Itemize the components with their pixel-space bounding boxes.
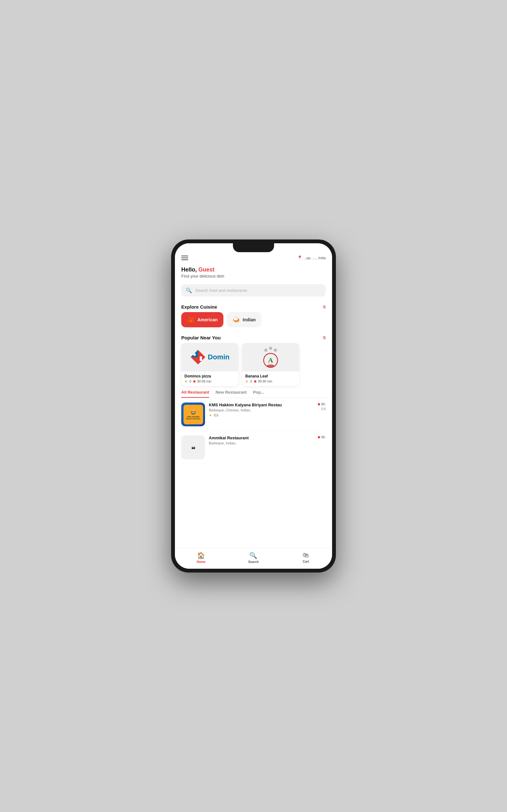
- svg-text:A: A: [268, 356, 273, 364]
- ammikal-time-text: 90-: [321, 436, 326, 439]
- popular-title: Popular Near You: [181, 335, 221, 340]
- greeting-subtitle: Find your delicious dish: [181, 274, 326, 278]
- svg-point-5: [264, 349, 268, 352]
- guest-text: Guest: [199, 266, 215, 273]
- indian-icon: 🍛: [232, 316, 240, 323]
- bananaleaf-name: Banana Leaf: [245, 374, 296, 378]
- kms-subtext: kalyana biriyani: [186, 418, 200, 420]
- dominos-time: 90-99 min: [198, 380, 211, 383]
- dominos-logo-img: Domin: [181, 343, 238, 371]
- popular-section-header: Popular Near You S: [175, 331, 332, 343]
- dominos-name: Dominos pizza: [184, 374, 235, 378]
- svg-point-4: [200, 356, 202, 359]
- location-info[interactable]: 📍 ...pp......, India: [297, 255, 326, 260]
- ammikal-restaurant-tags: Barbeque, Indian,: [209, 441, 314, 445]
- dominos-rating: 0: [189, 380, 191, 383]
- nav-home[interactable]: 🏠 Home: [175, 552, 227, 564]
- popular-see-all[interactable]: S: [323, 335, 326, 340]
- bottom-nav: 🏠 Home 🔍 Search 🛍 Cart: [175, 548, 332, 569]
- bananaleaf-logo-img: A: [242, 343, 299, 371]
- ammikal-restaurant-img: 📷: [181, 436, 205, 459]
- bananaleaf-card-info: Banana Leaf ★ 0 80-90 min: [242, 371, 299, 386]
- nav-search-label: Search: [248, 560, 259, 564]
- tab-popular[interactable]: Pop...: [253, 390, 264, 398]
- american-icon: 🦀: [187, 316, 195, 323]
- tab-new-restaurant[interactable]: New Restaurant: [216, 390, 246, 398]
- dominos-diamond-icon: [190, 349, 206, 365]
- kms-logo-inner: 🍲 KMS HAKKIM kalyana biriyani: [183, 405, 203, 424]
- popular-card-dominos[interactable]: Domin Dominos pizza ★ 0 90-99 min: [181, 343, 238, 386]
- kms-restaurant-img: 🍲 KMS HAKKIM kalyana biriyani: [181, 403, 205, 426]
- kms-time-badge: 90-: [318, 403, 326, 406]
- dominos-star-icon: ★: [184, 379, 187, 384]
- bananaleaf-meta: ★ 0 80-90 min: [245, 379, 296, 384]
- restaurant-item-ammikal[interactable]: 📷 Ammikal Restaurant Barbeque, Indian, 9…: [181, 431, 326, 464]
- phone-frame: 📍 ...pp......, India Hello, Guest Find y…: [171, 240, 336, 572]
- nav-search[interactable]: 🔍 Search: [227, 552, 279, 564]
- kms-time-text: 90-: [321, 403, 326, 406]
- american-label: American: [198, 317, 218, 322]
- svg-point-10: [267, 364, 274, 368]
- cuisine-list: 🦀 American 🍛 Indian: [175, 312, 332, 331]
- nav-home-label: Home: [197, 560, 206, 564]
- greeting-line: Hello, Guest: [181, 266, 326, 273]
- restaurant-item-kms[interactable]: 🍲 KMS HAKKIM kalyana biriyani KMS Hakkim…: [181, 398, 326, 431]
- home-icon: 🏠: [197, 552, 205, 559]
- nav-cart[interactable]: 🛍 Cart: [280, 552, 332, 564]
- ammikal-restaurant-info: Ammikal Restaurant Barbeque, Indian,: [209, 436, 314, 459]
- ammikal-time-col: 90-: [318, 436, 326, 459]
- search-bar-container: 🔍 Search food and restaurants: [175, 282, 332, 300]
- kms-logo-bg: 🍲 KMS HAKKIM kalyana biriyani: [181, 403, 205, 426]
- kms-status-dot: [318, 403, 320, 405]
- cuisine-title: Explore Cuisine: [181, 304, 217, 310]
- kms-rating-row: ★ 0.0: [209, 413, 314, 417]
- bananaleaf-dot: [254, 380, 257, 383]
- bananaleaf-rating: 0: [250, 380, 252, 383]
- search-placeholder: Search food and restaurants: [195, 288, 247, 293]
- search-bar[interactable]: 🔍 Search food and restaurants: [181, 284, 326, 297]
- cuisine-see-all[interactable]: S: [323, 305, 326, 309]
- ammikal-status-dot: [318, 436, 320, 438]
- location-pin-icon: 📍: [297, 255, 302, 260]
- tab-all-restaurant[interactable]: All Restaurant: [181, 390, 209, 398]
- search-icon: 🔍: [186, 287, 192, 293]
- kms-rating-text: 0.0: [214, 414, 218, 417]
- kms-star-icon: ★: [209, 413, 212, 417]
- greeting-section: Hello, Guest Find your delicious dish: [175, 263, 332, 282]
- dominos-brand-text: Domin: [208, 353, 229, 361]
- cuisine-section-header: Explore Cuisine S: [175, 300, 332, 312]
- restaurant-tabs: All Restaurant New Restaurant Pop...: [175, 390, 332, 398]
- kms-restaurant-name: KMS Hakkim Kalyana Biriyani Restau: [209, 403, 314, 407]
- ammikal-tags-text: Barbeque, Indian,: [209, 441, 236, 445]
- dominos-meta: ★ 0 90-99 min: [184, 379, 235, 384]
- kms-tags-text: Barbeque, Chinese, Indian,: [209, 408, 251, 412]
- ammikal-time-badge: 90-: [318, 436, 326, 439]
- cuisine-chip-american[interactable]: 🦀 American: [181, 312, 223, 327]
- nav-cart-label: Cart: [302, 560, 309, 563]
- notch: [233, 243, 274, 252]
- popular-card-bananaleaf[interactable]: A Banana Leaf ★ 0 80-90 min: [242, 343, 299, 386]
- dominos-logo: Domin: [190, 349, 229, 365]
- restaurant-list: 🍲 KMS HAKKIM kalyana biriyani KMS Hakkim…: [175, 398, 332, 548]
- search-nav-icon: 🔍: [249, 552, 257, 559]
- location-text: ...pp......, India: [303, 256, 326, 260]
- phone-screen: 📍 ...pp......, India Hello, Guest Find y…: [175, 243, 332, 569]
- ammikal-restaurant-name: Ammikal Restaurant: [209, 436, 314, 440]
- kms-bowl-icon: 🍲: [190, 409, 196, 415]
- cuisine-chip-indian[interactable]: 🍛 Indian: [227, 312, 262, 327]
- dominos-dot: [193, 380, 195, 383]
- hello-text: Hello,: [181, 266, 199, 273]
- bananaleaf-logo-icon: A: [258, 345, 283, 370]
- kms-restaurant-info: KMS Hakkim Kalyana Biriyani Restau Barbe…: [209, 403, 314, 426]
- indian-label: Indian: [243, 317, 256, 322]
- menu-button[interactable]: [181, 256, 188, 260]
- bananaleaf-time: 80-90 min: [258, 380, 272, 383]
- ammikal-img-placeholder: 📷: [191, 446, 195, 449]
- svg-point-2: [193, 353, 196, 356]
- svg-point-6: [269, 347, 272, 350]
- svg-point-3: [200, 358, 202, 361]
- popular-list: Domin Dominos pizza ★ 0 90-99 min: [175, 343, 332, 390]
- dominos-card-info: Dominos pizza ★ 0 90-99 min: [181, 371, 238, 386]
- kms-time-col: 90- 0.6: [318, 403, 326, 426]
- svg-point-7: [274, 349, 277, 352]
